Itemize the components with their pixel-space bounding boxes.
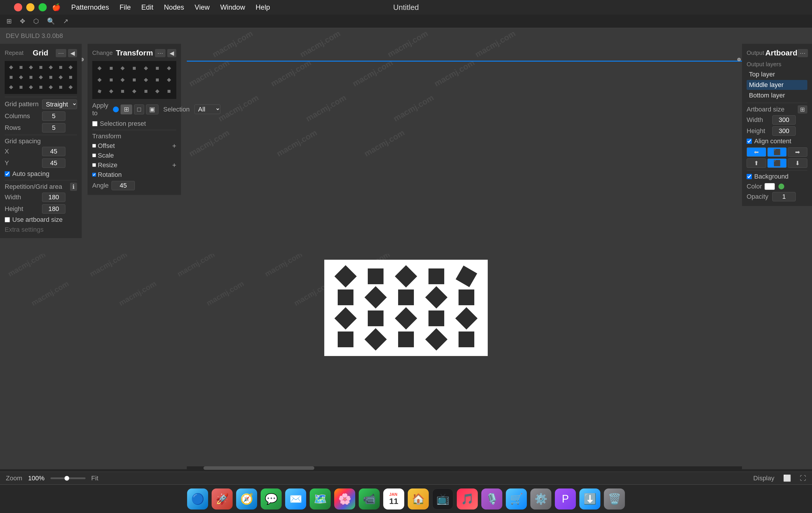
layer-top[interactable]: Top layer xyxy=(747,69,807,79)
view-mode-icon[interactable]: ⬜ xyxy=(783,475,791,482)
transform-preview[interactable] xyxy=(92,61,176,99)
artboard-size-label: Artboard size xyxy=(747,105,785,113)
rotation-checkbox[interactable] xyxy=(92,173,96,177)
offset-checkbox[interactable] xyxy=(92,144,96,148)
repetition-info-btn[interactable]: ℹ xyxy=(70,183,77,191)
h-scrollbar-thumb[interactable] xyxy=(203,466,314,470)
y-input[interactable] xyxy=(42,158,65,168)
resize-add-btn[interactable]: + xyxy=(172,161,176,169)
connector-line xyxy=(187,61,742,62)
layer-middle[interactable]: Middle layer xyxy=(747,80,807,90)
layer-bottom[interactable]: Bottom layer xyxy=(747,90,807,100)
pointer-icon[interactable]: ↗ xyxy=(61,17,70,26)
panel-collapse-btn[interactable]: ◀ xyxy=(68,49,77,57)
grid-tool-icon[interactable]: ⊞ xyxy=(5,17,13,26)
selection-dropdown[interactable]: All Odd Even xyxy=(194,104,221,114)
align-bottom-btn[interactable]: ⬇ xyxy=(788,158,807,168)
shape-diamond xyxy=(365,286,387,308)
dock-photos[interactable]: 🌸 xyxy=(334,488,355,510)
transform-menu-btn[interactable]: ⋯ xyxy=(155,49,166,57)
offset-add-btn[interactable]: + xyxy=(172,142,176,150)
dock-calendar[interactable]: JAN11 xyxy=(383,488,404,510)
background-checkbox[interactable] xyxy=(747,174,752,179)
dock-music[interactable]: 🎵 xyxy=(457,488,478,510)
dock-safari[interactable]: 🧭 xyxy=(236,488,257,510)
grid-cell xyxy=(36,73,46,82)
ab-width-row: Width xyxy=(747,115,807,125)
menu-patternodes[interactable]: Patternodes xyxy=(66,0,114,14)
h-scrollbar[interactable] xyxy=(187,466,742,470)
dock-finder[interactable]: 🔵 xyxy=(187,488,208,510)
menu-apple[interactable]: 🍎 xyxy=(47,0,66,14)
apply-all-radio[interactable] xyxy=(113,107,119,112)
fit-button[interactable]: Fit xyxy=(91,475,98,482)
columns-input[interactable] xyxy=(42,112,65,121)
close-button[interactable] xyxy=(14,3,22,11)
select-tool-icon[interactable]: ⬡ xyxy=(31,17,40,26)
grid-pattern-select[interactable]: Straight Offset Brick xyxy=(42,99,77,109)
x-input[interactable] xyxy=(42,147,65,156)
align-middle-btn[interactable]: ⬛ xyxy=(767,158,787,168)
align-left-btn[interactable]: ⬅ xyxy=(747,147,766,157)
zoom-in-icon[interactable]: 🔍 xyxy=(45,17,57,26)
color-dot[interactable] xyxy=(778,184,784,189)
align-top-btn[interactable]: ⬆ xyxy=(747,158,766,168)
dock-launchpad[interactable]: 🚀 xyxy=(212,488,233,510)
align-content-checkbox[interactable] xyxy=(747,139,752,144)
dock-messages[interactable]: 💬 xyxy=(261,488,282,510)
menu-view[interactable]: View xyxy=(190,0,215,14)
shape-diamond xyxy=(425,286,447,308)
align-right-btn[interactable]: ➡ xyxy=(788,147,807,157)
dock-trash[interactable]: 🗑️ xyxy=(604,488,625,510)
dock-patternodes[interactable]: P xyxy=(555,488,576,510)
menu-edit[interactable]: Edit xyxy=(136,0,158,14)
minimize-button[interactable] xyxy=(26,3,34,11)
rep-height-input[interactable] xyxy=(42,204,65,214)
use-artboard-checkbox[interactable] xyxy=(5,217,10,222)
dock-sysprefs[interactable]: ⚙️ xyxy=(530,488,551,510)
apply-multi-btn[interactable]: ▣ xyxy=(146,104,158,114)
transform-collapse-btn[interactable]: ◀ xyxy=(167,49,176,57)
dock-maps[interactable]: 🗺️ xyxy=(310,488,331,510)
rows-input[interactable] xyxy=(42,123,65,132)
artboard-menu-btn[interactable]: ⋯ xyxy=(798,49,808,57)
fullscreen-icon[interactable]: ⛶ xyxy=(800,475,806,482)
dock-home[interactable]: 🏠 xyxy=(408,488,429,510)
extra-settings-btn[interactable]: Extra settings xyxy=(5,226,77,234)
menu-window[interactable]: Window xyxy=(215,0,250,14)
fullscreen-button[interactable] xyxy=(38,3,47,11)
dock-tv[interactable]: 📺 xyxy=(432,488,453,510)
artboard-size-btn[interactable]: ⊞ xyxy=(798,105,807,114)
zoom-slider[interactable] xyxy=(51,477,86,479)
auto-spacing-checkbox[interactable] xyxy=(5,171,10,177)
scale-checkbox[interactable] xyxy=(92,153,96,157)
dock-facetime[interactable]: 📹 xyxy=(359,488,380,510)
dock-mail[interactable]: ✉️ xyxy=(285,488,306,510)
apply-single-btn[interactable]: □ xyxy=(134,104,144,114)
grid-pattern-row: Grid pattern Straight Offset Brick xyxy=(5,99,77,109)
move-tool-icon[interactable]: ✥ xyxy=(18,17,27,26)
menu-nodes[interactable]: Nodes xyxy=(158,0,189,14)
apply-grid-btn[interactable]: ⊞ xyxy=(120,104,132,114)
align-center-btn[interactable]: ⬛ xyxy=(767,147,787,157)
display-button[interactable]: Display xyxy=(753,475,774,482)
angle-input[interactable] xyxy=(112,181,135,190)
opacity-input[interactable] xyxy=(772,192,796,201)
ab-height-input[interactable] xyxy=(772,126,796,136)
rep-width-label: Width xyxy=(5,193,40,201)
shape-square xyxy=(429,268,444,284)
grid-preview[interactable] xyxy=(5,61,77,94)
rep-width-input[interactable] xyxy=(42,192,65,202)
panel-menu-btn[interactable]: ⋯ xyxy=(56,49,66,57)
menu-file[interactable]: File xyxy=(114,0,136,14)
ab-width-input[interactable] xyxy=(772,115,796,125)
dock-podcasts[interactable]: 🎙️ xyxy=(481,488,502,510)
resize-checkbox[interactable] xyxy=(92,163,96,167)
selection-preset-checkbox[interactable] xyxy=(92,121,97,126)
color-swatch[interactable] xyxy=(764,183,775,190)
dock-appstore[interactable]: 🛒 xyxy=(506,488,527,510)
menu-help[interactable]: Help xyxy=(251,0,275,14)
zoom-thumb[interactable] xyxy=(64,476,69,481)
dock-downloads[interactable]: ⬇️ xyxy=(579,488,600,510)
selection-preset-label: Selection preset xyxy=(100,120,146,127)
